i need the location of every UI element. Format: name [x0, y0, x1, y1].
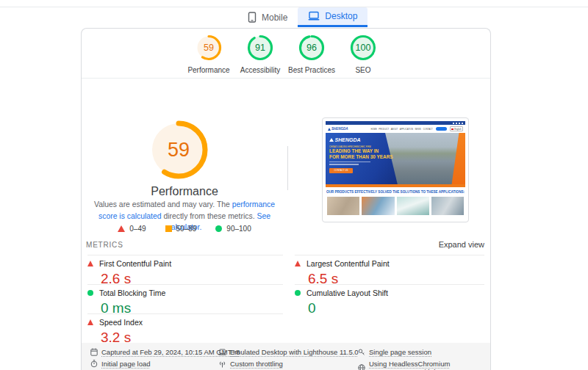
performance-score-value: 59	[142, 113, 215, 186]
hero-brand-label: SHENGDA	[335, 137, 361, 142]
hero-orange-wedge	[451, 133, 465, 187]
score-legend: 0–49 50–89 90–100	[82, 225, 287, 233]
mobile-icon	[248, 12, 257, 23]
metric-label: Largest Contentful Paint	[306, 259, 390, 268]
globe-icon	[358, 364, 365, 370]
score-label: Accessibility	[234, 66, 286, 74]
hero-headline-2: FOR MORE THAN 30 YEARS	[329, 154, 395, 160]
score-value: 91	[246, 34, 274, 62]
site-menu: HOME PRODUCT ABOUT APPLICATION NEWS CONT…	[370, 128, 432, 131]
metric-label: Cumulative Layout Shift	[306, 289, 388, 297]
metric-largest-contentful-paint: Largest Contentful Paint 6.5 s	[295, 255, 484, 287]
logo-mountain-icon	[329, 138, 334, 142]
legend-pass: 90–100	[215, 225, 251, 233]
site-nav-item: NEWS	[415, 128, 421, 131]
legend-range: 50–89	[176, 225, 197, 233]
site-products-caption: OUR PRODUCTS EFFECTIVELY SOLVED THE SOLU…	[326, 187, 465, 197]
site-language-selector: English	[450, 126, 463, 131]
score-best-practices[interactable]: 96 Best Practices	[286, 34, 337, 74]
product-photo	[362, 197, 394, 215]
throttling-info-text: Custom throttling	[230, 360, 283, 368]
metric-speed-index: Speed Index 3.2 s	[87, 313, 283, 346]
report-card: 59 Performance 91 Accessibility 96 Best …	[81, 28, 491, 370]
metric-label: Total Blocking Time	[99, 289, 165, 297]
page-screenshot-thumbnail[interactable]: SHENGDA HOME PRODUCT ABOUT APPLICATION N…	[322, 117, 469, 222]
desktop-icon	[308, 11, 320, 21]
performance-title: Performance	[82, 185, 287, 198]
site-language-label: English	[454, 128, 461, 131]
product-photo	[327, 197, 359, 215]
site-nav-item: CONTACT	[423, 128, 433, 131]
site-nav-item: APPLICATION	[400, 128, 413, 131]
tab-mobile-label: Mobile	[262, 12, 287, 23]
score-label: SEO	[337, 66, 389, 74]
session-type: Single page session	[358, 348, 431, 356]
average-square-icon	[165, 225, 172, 232]
fail-triangle-icon	[295, 261, 301, 266]
score-label: Performance	[183, 66, 234, 74]
score-seo[interactable]: 100 SEO	[337, 34, 389, 74]
site-logo: SHENGDA	[328, 127, 348, 131]
fail-triangle-icon	[87, 261, 93, 266]
stopwatch-icon	[90, 360, 98, 368]
metrics-heading: METRICS	[86, 241, 123, 249]
score-label: Best Practices	[286, 66, 337, 74]
capture-info-footer: Captured at Feb 29, 2024, 10:15 AM GMT+8…	[82, 343, 490, 370]
pagespeed-report: Mobile Desktop 59 Performance 91	[0, 0, 588, 370]
vertical-divider	[287, 146, 288, 190]
site-nav-item: ABOUT	[391, 128, 398, 131]
site-navbar: SHENGDA HOME PRODUCT ABOUT APPLICATION N…	[326, 125, 465, 133]
site-hero: SHENGDA CHINA'S LEADING HPMC/HEMC/HEC FI…	[326, 133, 465, 187]
pass-circle-icon	[295, 290, 301, 296]
legend-average: 50–89	[165, 225, 197, 233]
site-nav-item: HOME	[370, 128, 376, 131]
throttling-info: Custom throttling	[218, 360, 283, 368]
site-preview: SHENGDA HOME PRODUCT ABOUT APPLICATION N…	[326, 121, 465, 219]
signal-icon	[218, 360, 226, 368]
page-load-type: Initial page load	[90, 360, 151, 368]
expand-view-button[interactable]: Expand view	[439, 240, 484, 249]
fail-triangle-icon	[87, 319, 93, 325]
site-brand: SHENGDA	[331, 127, 348, 131]
hero-orange-strip	[326, 184, 465, 187]
emulated-device: Emulated Desktop with Lighthouse 11.5.0	[218, 348, 359, 356]
category-scores: 59 Performance 91 Accessibility 96 Best …	[82, 34, 490, 74]
flag-icon	[451, 128, 453, 130]
disclaimer-text: directly from these metrics.	[162, 212, 257, 220]
metric-total-blocking-time: Total Blocking Time 0 ms	[87, 284, 283, 316]
fail-triangle-icon	[118, 225, 125, 232]
browser-info-text: Using HeadlessChromium 121.0.6167.139 wi…	[369, 360, 490, 370]
device-tabs: Mobile Desktop	[237, 7, 368, 27]
laptop-icon	[218, 349, 226, 356]
metric-value: 0	[295, 300, 484, 316]
captured-at: Captured at Feb 29, 2024, 10:15 AM GMT+8	[90, 348, 240, 356]
metric-label: First Contentful Paint	[99, 259, 171, 268]
session-icon	[358, 349, 365, 356]
tab-desktop[interactable]: Desktop	[298, 7, 368, 27]
session-type-text: Single page session	[369, 348, 431, 356]
legend-range: 90–100	[226, 225, 251, 233]
legend-range: 0–49	[129, 225, 146, 233]
score-accessibility[interactable]: 91 Accessibility	[234, 34, 286, 74]
product-photo	[431, 197, 464, 215]
legend-fail: 0–49	[118, 225, 146, 233]
metrics-header: METRICS Expand view	[86, 240, 484, 249]
metric-cumulative-layout-shift: Cumulative Layout Shift 0	[295, 284, 484, 316]
site-product-tiles	[326, 197, 465, 217]
tab-mobile[interactable]: Mobile	[237, 7, 298, 27]
metric-label: Speed Index	[99, 318, 143, 327]
hero-subtext-bars	[329, 162, 395, 165]
emulated-device-text: Emulated Desktop with Lighthouse 11.5.0	[230, 348, 359, 356]
calendar-icon	[90, 348, 98, 356]
tab-desktop-label: Desktop	[325, 11, 357, 21]
score-value: 96	[298, 34, 326, 62]
site-cta-pill	[436, 127, 447, 131]
score-performance[interactable]: 59 Performance	[183, 34, 234, 74]
score-value: 100	[349, 34, 377, 62]
logo-mountain-icon	[328, 128, 331, 131]
section-divider	[82, 78, 490, 79]
site-nav-item: PRODUCT	[379, 128, 389, 131]
hero-contact-button: CONTACT US	[329, 168, 353, 173]
metric-first-contentful-paint: First Contentful Paint 2.6 s	[87, 255, 283, 287]
browser-info: Using HeadlessChromium 121.0.6167.139 wi…	[358, 360, 490, 370]
